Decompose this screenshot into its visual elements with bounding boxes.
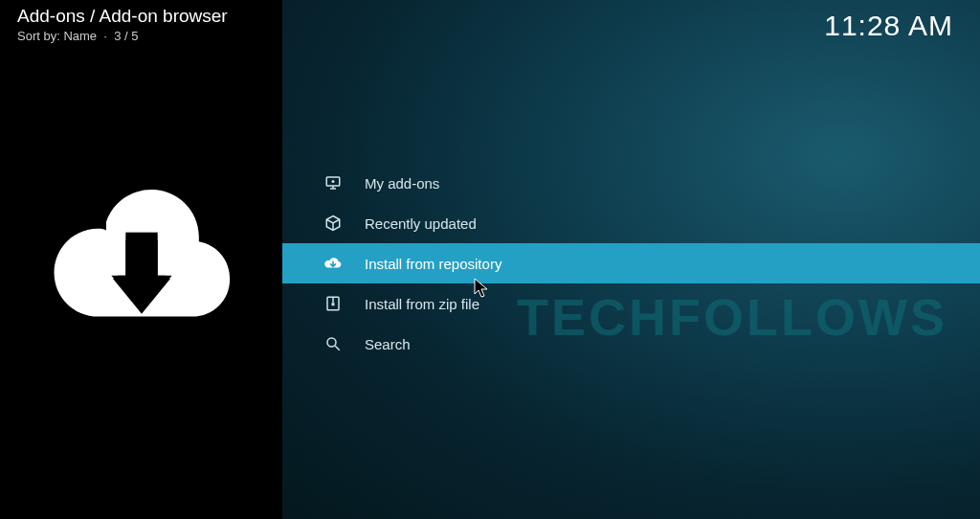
main-panel: 11:28 AM TECHFOLLOWS My add-ons [282,0,980,519]
menu-item-my-addons[interactable]: My add-ons [282,163,980,203]
cloud-download-icon [46,164,237,355]
clock: 11:28 AM [824,10,953,42]
svg-line-15 [335,346,340,350]
menu-list: My add-ons Recently updated Install from… [282,163,980,364]
menu-item-install-from-repository[interactable]: Install from repository [282,243,980,283]
zip-icon [321,291,345,316]
menu-label: Recently updated [365,215,477,232]
list-position: 3 / 5 [114,29,138,43]
header: Add-ons / Add-on browser Sort by: Name ·… [17,6,228,43]
sort-prefix: Sort by: [17,29,60,43]
cloud-down-icon [321,251,345,276]
box-icon [321,211,345,236]
sort-line: Sort by: Name · 3 / 5 [17,29,228,43]
menu-label: My add-ons [365,175,439,192]
svg-point-9 [332,180,335,183]
svg-rect-13 [332,303,335,305]
sort-value[interactable]: Name [63,29,97,43]
breadcrumb: Add-ons / Add-on browser [17,6,228,27]
sort-sep: · [100,29,114,43]
menu-item-install-from-zip[interactable]: Install from zip file [282,283,980,324]
menu-label: Install from repository [365,256,501,272]
search-icon [321,331,345,356]
menu-item-recently-updated[interactable]: Recently updated [282,203,980,243]
monitor-icon [321,170,345,195]
sidebar [0,0,282,519]
menu-label: Search [365,336,411,352]
menu-label: Install from zip file [365,296,479,312]
menu-item-search[interactable]: Search [282,324,980,364]
svg-point-14 [327,338,336,347]
